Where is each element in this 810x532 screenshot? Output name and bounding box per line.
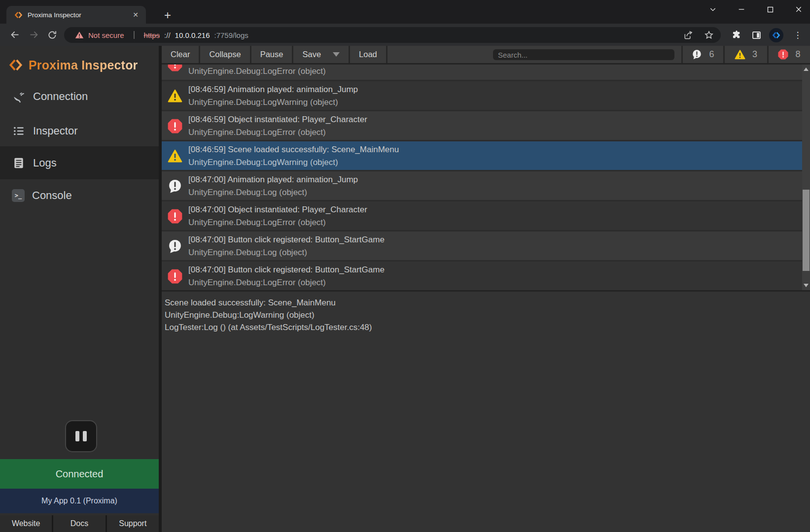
app-info-label: My App 0.1 (Proxima): [0, 489, 159, 513]
warning-count: 3: [752, 49, 757, 60]
terminal-icon: >_: [12, 189, 25, 202]
log-source: UnityEngine.Debug:LogError (object): [188, 278, 326, 288]
log-row[interactable]: [08:47:00] Animation played: animation_J…: [162, 170, 810, 200]
reload-icon[interactable]: [43, 24, 61, 46]
log-row[interactable]: [08:47:00] Object instantiated: Player_C…: [162, 200, 810, 230]
url-host: 10.0.0.216: [175, 31, 210, 39]
warning-filter-button[interactable]: 3: [723, 46, 767, 63]
log-list[interactable]: UnityEngine.Debug:LogError (object) [08:…: [162, 65, 810, 290]
share-icon[interactable]: [683, 30, 693, 40]
log-scrollbar[interactable]: [802, 65, 810, 290]
log-row[interactable]: [08:47:00] Button click registered: Butt…: [162, 230, 810, 260]
browser-chrome: Proxima Inspector ✕ +: [0, 0, 810, 46]
scroll-up-arrow-icon[interactable]: [804, 67, 809, 71]
sidebar: Proxima Inspector Connection Inspector: [0, 46, 159, 532]
tab-close-icon[interactable]: ✕: [130, 10, 141, 20]
log-source: UnityEngine.Debug:LogError (object): [188, 66, 326, 76]
error-filter-button[interactable]: 8: [767, 46, 810, 63]
sidebar-item-connection[interactable]: Connection: [0, 85, 159, 108]
log-message: [08:47:00] Object instantiated: Player_C…: [188, 205, 367, 215]
app-logo: Proxima Inspector: [9, 53, 138, 77]
sidebar-item-inspector[interactable]: Inspector: [0, 120, 159, 142]
url-scheme: https: [144, 31, 160, 39]
log-message: [08:47:00] Button click registered: Butt…: [188, 265, 385, 275]
back-icon[interactable]: [6, 24, 24, 46]
website-link[interactable]: Website: [0, 515, 52, 532]
bookmark-star-icon[interactable]: [704, 30, 714, 40]
info-bubble-icon: [692, 49, 702, 60]
sidebar-item-console[interactable]: >_ Console: [0, 184, 159, 207]
proxima-favicon-icon: [14, 11, 23, 19]
sidebar-item-label: Logs: [33, 157, 57, 169]
log-row-selected[interactable]: [08:46:59] Scene loaded successfully: Sc…: [162, 140, 810, 170]
log-source: UnityEngine.Debug:LogWarning (object): [188, 158, 338, 167]
scrollbar-thumb[interactable]: [803, 190, 810, 271]
app-title: Proxima Inspector: [29, 58, 138, 72]
load-button[interactable]: Load: [350, 46, 387, 63]
log-source: UnityEngine.Debug:LogError (object): [188, 128, 326, 137]
sidebar-item-label: Console: [32, 189, 72, 202]
error-octagon-icon: [168, 269, 182, 284]
sidebar-item-label: Inspector: [33, 125, 78, 137]
maximize-icon[interactable]: [763, 2, 777, 17]
save-dropdown-caret-icon[interactable]: [333, 52, 340, 57]
error-octagon-icon: [168, 209, 182, 224]
detail-line-source: UnityEngine.Debug:LogWarning (object): [165, 309, 810, 321]
connection-status-badge: Connected: [0, 459, 159, 489]
not-secure-label[interactable]: Not secure: [88, 31, 124, 39]
error-count: 8: [795, 49, 800, 60]
proxima-inspector-app: Proxima Inspector Connection Inspector: [0, 46, 810, 532]
info-bubble-icon: [168, 239, 182, 254]
extensions-puzzle-icon[interactable]: [729, 27, 744, 43]
collapse-button[interactable]: Collapse: [200, 46, 251, 63]
minimize-icon[interactable]: [734, 2, 749, 17]
log-source: UnityEngine.Debug:Log (object): [188, 188, 307, 198]
new-tab-button[interactable]: +: [161, 8, 175, 22]
list-icon: [12, 124, 26, 138]
detail-line-message: Scene loaded successfully: Scene_MainMen…: [165, 297, 810, 309]
browser-menu-icon[interactable]: ⋮: [790, 27, 806, 43]
log-source: UnityEngine.Debug:LogWarning (object): [188, 98, 338, 107]
info-filter-button[interactable]: 6: [681, 46, 723, 63]
warning-triangle-icon: [735, 49, 745, 60]
log-message: [08:46:59] Object instantiated: Player_C…: [188, 115, 367, 125]
info-bubble-icon: [168, 179, 182, 194]
save-button[interactable]: Save: [293, 46, 350, 63]
sidebar-footer: Website Docs Support: [0, 515, 159, 532]
docs-link[interactable]: Docs: [53, 515, 105, 532]
log-detail-pane: Scene loaded successfully: Scene_MainMen…: [162, 290, 810, 532]
log-message: [08:46:59] Animation played: animation_J…: [188, 85, 358, 95]
log-row[interactable]: [08:46:59] Animation played: animation_J…: [162, 80, 810, 110]
support-link[interactable]: Support: [107, 515, 159, 532]
log-source: UnityEngine.Debug:Log (object): [188, 248, 307, 258]
address-bar[interactable]: Not secure https://10.0.0.216:7759/logs: [64, 27, 721, 43]
tab-search-chevron-icon[interactable]: [705, 2, 720, 17]
log-message: [08:47:00] Animation played: animation_J…: [188, 175, 358, 185]
search-input[interactable]: [493, 49, 674, 60]
log-message: [08:46:59] Scene loaded successfully: Sc…: [188, 145, 399, 155]
close-window-icon[interactable]: [791, 2, 806, 17]
satellite-icon: [12, 90, 26, 103]
pause-button[interactable]: Pause: [251, 46, 294, 63]
log-row[interactable]: UnityEngine.Debug:LogError (object): [162, 65, 810, 80]
side-panel-icon[interactable]: [748, 27, 764, 43]
profile-avatar[interactable]: [769, 28, 783, 42]
pause-stream-button[interactable]: [65, 420, 97, 452]
log-row[interactable]: [08:47:00] Button click registered: Butt…: [162, 260, 810, 290]
sidebar-item-logs[interactable]: Logs: [0, 152, 159, 174]
scroll-down-arrow-icon[interactable]: [804, 284, 809, 287]
log-source: UnityEngine.Debug:LogError (object): [188, 218, 326, 228]
clear-button[interactable]: Clear: [162, 46, 200, 63]
save-label: Save: [302, 50, 321, 59]
url-separator: ://: [164, 31, 171, 39]
browser-tab[interactable]: Proxima Inspector ✕: [6, 6, 146, 24]
log-row[interactable]: [08:46:59] Object instantiated: Player_C…: [162, 110, 810, 140]
error-octagon-icon: [168, 65, 182, 71]
forward-icon[interactable]: [25, 24, 42, 46]
sidebar-item-label: Connection: [33, 90, 88, 103]
not-secure-warning-icon: [75, 31, 84, 39]
document-icon: [12, 156, 26, 170]
tab-title: Proxima Inspector: [28, 11, 130, 19]
omnibox-actions: [683, 30, 714, 40]
logs-toolbar: Clear Collapse Pause Save Load 6: [162, 46, 810, 65]
